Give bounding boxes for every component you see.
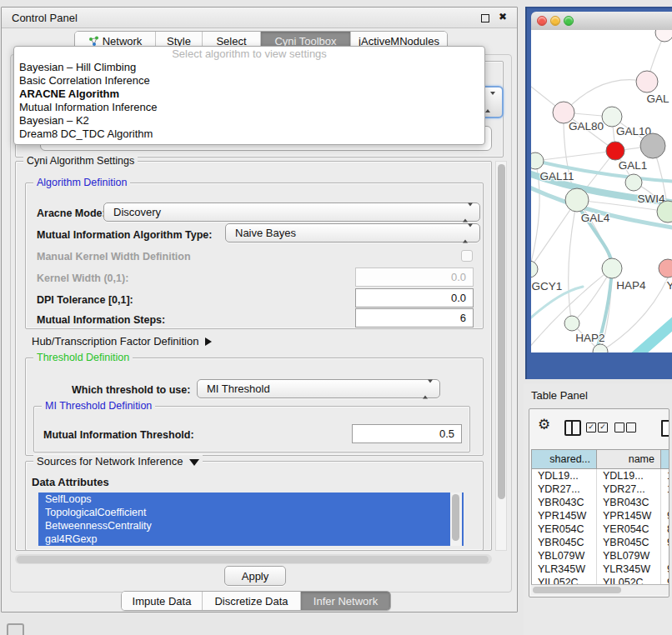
network-edge[interactable] [631, 320, 672, 352]
manual-kernel-width-checkbox[interactable] [461, 250, 473, 262]
mi-algorithm-type-label: Mutual Information Algorithm Type: [37, 229, 212, 241]
attribute-list-item[interactable]: TopologicalCoefficient [38, 506, 464, 519]
control-panel-titlebar: Control Panel ✖ [2, 8, 517, 28]
network-node-gal1[interactable] [606, 142, 624, 160]
algorithm-option[interactable]: Bayesian – Hill Climbing [14, 61, 484, 74]
table-panel-title: Table Panel [531, 389, 588, 402]
aracne-mode-label: Aracne Mode: [37, 208, 106, 219]
select-all-checkbox-icon[interactable]: ✓ [586, 422, 596, 432]
network-node[interactable] [593, 344, 608, 352]
network-edge[interactable] [564, 80, 647, 112]
table-row[interactable]: YPR145WYPR145W9. [532, 509, 669, 522]
close-icon[interactable]: ✖ [499, 11, 507, 22]
tab-discretize-data[interactable]: Discretize Data [202, 592, 300, 610]
table-row[interactable]: YDR27...YDR27...12 [532, 482, 669, 496]
which-threshold-select[interactable]: MI Threshold [197, 379, 440, 398]
network-node-gcy1[interactable] [531, 261, 538, 278]
cyni-bottom-tabbar: Impute Data Discretize Data Infer Networ… [121, 591, 391, 611]
zoom-traffic-light-icon[interactable] [564, 16, 574, 26]
network-node-swi4[interactable] [625, 174, 642, 191]
columns-icon[interactable] [564, 420, 581, 436]
table-row[interactable]: YBL079WYBL079W [532, 549, 669, 562]
algorithm-option[interactable]: Bayesian – K2 [14, 114, 484, 128]
table-cell: 13 [660, 469, 669, 482]
table-row[interactable]: YBR043CYBR043C [532, 496, 669, 509]
network-node-hap4[interactable] [602, 258, 622, 278]
network-edge[interactable] [535, 151, 615, 161]
network-node-gal4[interactable] [565, 188, 589, 212]
dpi-tolerance-input[interactable]: 0.0 [355, 288, 474, 308]
scrollbar-thumb[interactable] [498, 164, 505, 499]
table-cell: 9. [660, 509, 669, 522]
file-icon[interactable] [661, 420, 669, 437]
algorithm-option[interactable]: ARACNE Algorithm [14, 88, 484, 101]
scrollbar-thumb[interactable] [452, 494, 459, 541]
column-header-shared-name[interactable]: shared... [532, 450, 596, 468]
aracne-mode-value: Discovery [113, 206, 161, 218]
tab-impute-data[interactable]: Impute Data [122, 592, 202, 610]
network-edge[interactable] [531, 200, 577, 269]
select-all-checkbox-icon[interactable]: ✓ [598, 422, 608, 432]
algorithm-option[interactable]: Basic Correlation Inference [14, 74, 484, 88]
mi-threshold-input[interactable]: 0.5 [352, 424, 462, 443]
network-node-hap2[interactable] [564, 316, 579, 331]
manual-kernel-width-label: Manual Kernel Width Definition [37, 251, 191, 262]
tab-label: Discretize Data [214, 595, 288, 608]
column-header-name[interactable]: name [596, 450, 660, 468]
tab-label: Infer Network [313, 595, 378, 608]
table-row[interactable]: YBR045CYBR045C9. [532, 536, 669, 549]
sources-group-title[interactable]: Sources for Network Inference [33, 455, 203, 468]
combo-arrows-icon [423, 382, 433, 395]
sources-title-label: Sources for Network Inference [37, 455, 183, 468]
tab-infer-network[interactable]: Infer Network [300, 592, 390, 610]
network-canvas[interactable]: GALGAL80GAL10GAL1GAL11SWI4GAL4GCY1HAP4YH… [531, 30, 672, 352]
table-cell: YDR27... [596, 482, 660, 496]
attribute-list-item[interactable]: gal4RGexp [38, 532, 464, 546]
settings-vertical-scrollbar[interactable] [495, 161, 507, 551]
gear-icon[interactable]: ⚙ [538, 416, 550, 433]
network-node-gal[interactable] [636, 71, 658, 92]
deselect-all-checkbox-icon[interactable] [614, 422, 624, 432]
network-node[interactable] [640, 133, 665, 158]
tab-label: Impute Data [133, 595, 192, 608]
panel-title: Control Panel [12, 12, 78, 24]
table-cell: YDR27... [532, 482, 596, 496]
network-node-y[interactable] [659, 259, 672, 278]
deselect-all-checkbox-icon[interactable] [626, 422, 636, 432]
table-cell: YBR045C [596, 536, 660, 549]
mi-algorithm-type-select[interactable]: Naive Bayes [225, 223, 480, 242]
network-node-label: Y [666, 279, 672, 292]
table-cell: YBR043C [532, 496, 596, 509]
close-traffic-light-icon[interactable] [537, 16, 547, 26]
network-node-gal10[interactable] [602, 107, 622, 127]
kernel-width-input[interactable]: 0.0 [355, 268, 474, 287]
mi-steps-value: 6 [460, 312, 466, 324]
network-graph[interactable]: GALGAL80GAL10GAL1GAL11SWI4GAL4GCY1HAP4YH… [531, 30, 672, 352]
algorithm-option[interactable]: Mutual Information Inference [14, 101, 484, 114]
table-row[interactable]: YER054CYER054C8. [532, 522, 669, 536]
apply-button[interactable]: Apply [224, 566, 286, 586]
network-node[interactable] [655, 30, 672, 42]
table-row[interactable]: YLR345WYLR345W9. [532, 562, 669, 576]
scrollbar-thumb[interactable] [533, 587, 621, 593]
minimize-traffic-light-icon[interactable] [550, 16, 560, 26]
algorithm-option[interactable]: Dream8 DC_TDC Algorithm [14, 128, 484, 141]
table-row[interactable]: YDL19...YDL19...13 [532, 469, 669, 482]
network-node-gal11[interactable] [531, 152, 544, 169]
attribute-list-item[interactable]: BetweennessCentrality [38, 519, 464, 532]
column-header-partial[interactable] [660, 450, 669, 468]
float-window-icon[interactable] [481, 14, 489, 22]
hub-definition-toggle[interactable]: Hub/Transcription Factor Definition [32, 335, 212, 348]
dpi-tolerance-value: 0.0 [451, 292, 466, 304]
mi-steps-input[interactable]: 6 [355, 308, 474, 328]
settings-horizontal-scrollbar[interactable] [15, 554, 492, 564]
aracne-mode-select[interactable]: Discovery [103, 202, 480, 222]
network-window-titlebar[interactable] [531, 12, 672, 31]
network-node-label: HAP4 [616, 279, 646, 292]
table-horizontal-scrollbar[interactable] [531, 584, 669, 595]
table-cell: YPR145W [532, 509, 596, 522]
scrollbar-thumb[interactable] [17, 556, 489, 563]
attribute-list-item[interactable]: SelfLoops [38, 492, 464, 506]
float-panel-icon[interactable] [7, 623, 24, 635]
attributes-scrollbar[interactable] [450, 492, 462, 546]
